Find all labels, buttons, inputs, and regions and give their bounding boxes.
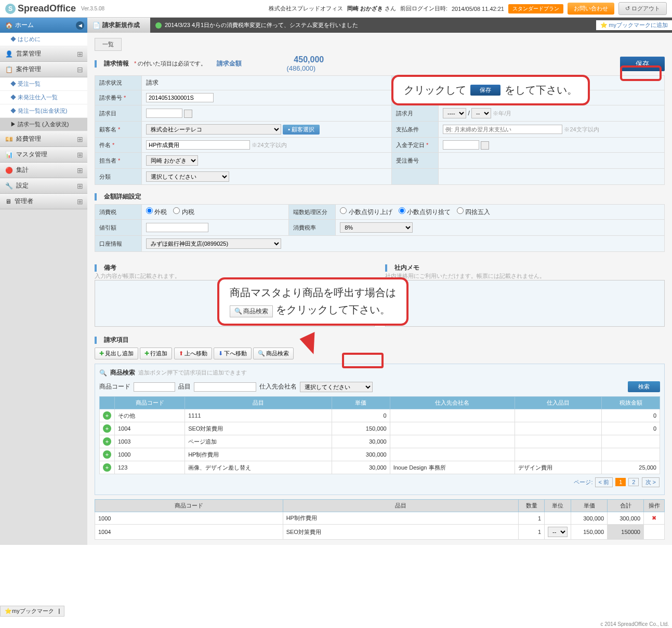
app-name: SpreadOffice bbox=[18, 3, 76, 14]
customer-select[interactable]: 株式会社シーテレコ bbox=[146, 124, 281, 135]
label-customer: 顧客名 * bbox=[95, 122, 142, 138]
col-vendor: 仕入先会社名 bbox=[390, 397, 515, 409]
pager-2[interactable]: 2 bbox=[628, 478, 639, 486]
product-search-button[interactable]: 🔍商品検索 bbox=[253, 348, 294, 359]
sidebar-cat-sales[interactable]: 👤 営業管理⊞ bbox=[0, 46, 87, 62]
round-up-radio[interactable]: 小数点切り上げ bbox=[340, 208, 392, 216]
col-price: 単価 bbox=[332, 397, 390, 409]
bill-month-select[interactable]: -- bbox=[471, 108, 491, 118]
tax-rate-select[interactable]: 8% bbox=[340, 222, 413, 233]
col-op: 操作 bbox=[644, 500, 665, 512]
memo-textarea[interactable] bbox=[385, 280, 665, 327]
tax-internal-radio[interactable]: 内税 bbox=[173, 208, 194, 216]
bill-year-select[interactable]: ---- bbox=[443, 108, 466, 118]
calendar-icon[interactable] bbox=[481, 141, 489, 150]
label-tax-rate: 消費税率 bbox=[289, 220, 336, 236]
customer-select-button[interactable]: • 顧客選択 bbox=[283, 125, 320, 135]
tax-external-radio[interactable]: 外税 bbox=[146, 208, 167, 216]
mini-save-icon: 保存 bbox=[470, 85, 500, 96]
collapse-icon: ⊟ bbox=[77, 65, 83, 74]
discount-input[interactable] bbox=[146, 223, 208, 232]
sidebar-item-invoice[interactable]: ▶ 請求一覧 (入金状況) bbox=[0, 118, 87, 131]
sidebar-cat-expense[interactable]: 💴 経費管理⊞ bbox=[0, 131, 87, 147]
label-status: 請求状況 bbox=[95, 76, 142, 90]
move-up-button[interactable]: ⬆上へ移動 bbox=[174, 348, 212, 359]
add-icon[interactable]: + bbox=[103, 424, 111, 433]
account-select[interactable]: みずほ銀行神田支店(0899025) bbox=[146, 238, 281, 249]
invoice-number-input[interactable] bbox=[146, 93, 214, 102]
search-result-table: 商品コード 品目 単価 仕入先会社名 仕入品目 税抜金額 +その他111100 … bbox=[99, 396, 660, 474]
expand-icon: ⊞ bbox=[77, 182, 83, 190]
sidebar: 🏠 ホーム◀ ◆ はじめに 👤 営業管理⊞ 📋 案件管理⊟ ◆ 受注一覧 ◆ 未… bbox=[0, 18, 87, 545]
table-row: +1003ページ追加30,000 bbox=[100, 435, 660, 448]
unit-select[interactable]: -- bbox=[548, 527, 568, 537]
col-unit: 単位 bbox=[545, 500, 571, 512]
pager-1[interactable]: 1 bbox=[615, 478, 626, 486]
search-button[interactable]: 検索 bbox=[628, 381, 660, 392]
delete-icon[interactable]: ✖ bbox=[652, 515, 656, 521]
sidebar-item-issue[interactable]: ◆ 発注一覧(出金状況) bbox=[0, 104, 87, 118]
company-name: 株式会社スプレッドオフィス bbox=[269, 5, 343, 12]
sidebar-item-unissued[interactable]: ◆ 未発注仕入一覧 bbox=[0, 91, 87, 104]
category-select[interactable]: 選択してください bbox=[146, 171, 229, 182]
label-tax: 消費税 bbox=[95, 205, 142, 220]
search-code-input[interactable] bbox=[134, 382, 175, 392]
sidebar-cat-aggregate[interactable]: 🔴 集計⊞ bbox=[0, 163, 87, 178]
expand-icon: ⊞ bbox=[77, 151, 83, 159]
top-bar: S SpreadOffice Ver.3.5.08 株式会社スプレッドオフィス … bbox=[0, 0, 672, 18]
logout-button[interactable]: ↺ ログアウト bbox=[618, 2, 667, 15]
callout-save: クリックして 保存 をして下さい。 bbox=[391, 75, 590, 105]
pager-next[interactable]: 次 > bbox=[642, 477, 660, 487]
label-payment-due: 入金予定日 * bbox=[392, 138, 439, 153]
pager-prev[interactable]: < 前 bbox=[595, 477, 613, 487]
expand-icon: ⊞ bbox=[77, 135, 83, 143]
news-bar: 2014/3/23 4月1日からの消費税率変更に伴って、システム変更を行いました bbox=[150, 18, 596, 32]
search-panel-title: 商品検索 bbox=[110, 368, 135, 377]
required-note: * の付いた項目は必須です。 bbox=[134, 60, 206, 68]
value-status: 請求 bbox=[142, 76, 392, 90]
round-half-radio[interactable]: 四捨五入 bbox=[457, 208, 490, 216]
subject-input[interactable] bbox=[146, 140, 250, 150]
pay-terms-input[interactable] bbox=[443, 125, 562, 134]
contact-button[interactable]: お問い合わせ bbox=[568, 3, 614, 15]
search-item-input[interactable] bbox=[194, 382, 256, 392]
pic-select[interactable]: 岡崎 おかざき bbox=[146, 155, 198, 166]
sidebar-item-intro[interactable]: ◆ はじめに bbox=[0, 33, 87, 46]
logo: S SpreadOffice Ver.3.5.08 bbox=[5, 3, 104, 14]
search-vendor-select[interactable]: 選択してください bbox=[300, 382, 373, 392]
add-row-button[interactable]: ✚行追加 bbox=[140, 348, 172, 359]
label-rounding: 端数処理区分 bbox=[289, 205, 336, 220]
add-heading-button[interactable]: ✚見出し追加 bbox=[95, 348, 138, 359]
col-total: 合計 bbox=[608, 500, 644, 512]
save-button[interactable]: 保存 bbox=[620, 57, 665, 71]
payment-due-input[interactable] bbox=[443, 140, 479, 150]
add-icon[interactable]: + bbox=[103, 463, 111, 472]
sidebar-home[interactable]: 🏠 ホーム◀ bbox=[0, 18, 87, 33]
subject-note: ※24文字以内 bbox=[252, 142, 286, 148]
sidebar-cat-master[interactable]: 📊 マスタ管理⊞ bbox=[0, 147, 87, 163]
col-price: 単価 bbox=[571, 500, 608, 512]
sidebar-collapse-icon[interactable]: ◀ bbox=[76, 21, 84, 30]
move-down-button[interactable]: ⬇下へ移動 bbox=[214, 348, 252, 359]
table-row: 1000HP制作費用1300,000300,000✖ bbox=[95, 512, 665, 525]
sidebar-cat-anken[interactable]: 📋 案件管理⊟ bbox=[0, 62, 87, 77]
calendar-icon[interactable] bbox=[184, 110, 192, 118]
logo-icon: S bbox=[5, 4, 16, 14]
label-date: 請求日 bbox=[95, 105, 142, 122]
sidebar-item-orders[interactable]: ◆ 受注一覧 bbox=[0, 77, 87, 91]
tab-list[interactable]: 一覧 bbox=[95, 38, 122, 51]
round-down-radio[interactable]: 小数点切り捨て bbox=[399, 208, 451, 216]
news-icon bbox=[155, 22, 162, 29]
sidebar-cat-settings[interactable]: 🔧 設定⊞ bbox=[0, 178, 87, 194]
header-right: 株式会社スプレッドオフィス 岡崎 おかざき さん 前回ログイン日時: 2014/… bbox=[269, 2, 667, 15]
col-item: 品目 bbox=[283, 500, 518, 512]
sidebar-cat-admin[interactable]: 🖥 管理者⊞ bbox=[0, 194, 87, 209]
invoice-date-input[interactable] bbox=[146, 109, 182, 118]
section-marker bbox=[95, 60, 97, 68]
add-icon[interactable]: + bbox=[103, 437, 111, 446]
add-icon[interactable]: + bbox=[103, 411, 111, 420]
bookmark-add-button[interactable]: ⭐ myブックマークに追加 bbox=[596, 20, 672, 30]
user-suffix: さん bbox=[385, 5, 396, 11]
app-version: Ver.3.5.08 bbox=[81, 6, 104, 11]
add-icon[interactable]: + bbox=[103, 450, 111, 459]
